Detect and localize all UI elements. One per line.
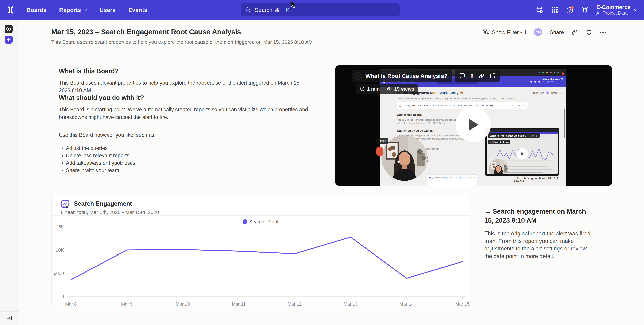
svg-text:Mar 12: Mar 12 xyxy=(288,302,302,306)
video-views: 19 views xyxy=(394,86,414,92)
alert-side-note: ← Search engagement on March 15, 2023 8:… xyxy=(484,207,592,260)
copy-link-icon[interactable] xyxy=(571,29,578,35)
show-filter-label: Show Filter • 1 xyxy=(492,29,527,35)
avatar[interactable]: CM xyxy=(534,28,542,36)
list-item: Adjust the queries xyxy=(66,145,311,152)
left-sidebar xyxy=(0,20,19,325)
play-icon xyxy=(467,118,480,132)
mini-extension-icon xyxy=(554,72,555,73)
line-chart-report-icon xyxy=(60,199,70,209)
apps-grid-icon[interactable] xyxy=(551,6,559,14)
usage-list: Adjust the queries Delete less relevant … xyxy=(61,145,311,174)
compass-icon xyxy=(6,26,11,31)
share-button[interactable]: Share xyxy=(550,29,564,35)
recording-dot xyxy=(562,72,564,75)
list-item: Add takeaways or hypotheses xyxy=(66,159,311,167)
intro-usage: Use this Board however you like, such as… xyxy=(59,131,311,139)
play-button[interactable] xyxy=(456,107,491,142)
favorite-heart-icon[interactable] xyxy=(585,29,592,36)
nested-video-title-pill: What is Root Cause Analysis? xyxy=(488,133,540,138)
page-subtitle: This Board uses relevant properties to h… xyxy=(51,39,313,45)
help-icon[interactable]: ? xyxy=(566,6,574,14)
comment-icon[interactable] xyxy=(460,73,466,79)
report-card-header: Search Engagement Linear, total, Mar 8th… xyxy=(52,194,470,216)
svg-text:Mar 14: Mar 14 xyxy=(400,302,414,306)
comment-icon xyxy=(528,135,530,137)
clock-icon xyxy=(490,141,491,143)
mini-scrollbar[interactable] xyxy=(564,109,565,138)
data-management-icon[interactable] xyxy=(536,6,544,14)
webcam-circle xyxy=(382,135,427,181)
mini-project-switcher: Mixpanel (project 5) All Project Data xyxy=(542,78,563,83)
svg-text:10K: 10K xyxy=(56,248,64,253)
calendar-icon xyxy=(399,104,401,107)
record-stop-button xyxy=(376,147,383,156)
svg-text:Mar 15: Mar 15 xyxy=(456,302,470,306)
nested-video-meta: 18 sec 1 view xyxy=(488,140,510,144)
chart-legend[interactable]: Search - Total xyxy=(52,219,470,224)
search-input[interactable]: Search ⌘ + K xyxy=(241,3,400,16)
external-link-icon[interactable] xyxy=(490,73,496,79)
more-menu-button[interactable]: ••• xyxy=(600,29,607,35)
notification-dot xyxy=(571,6,574,9)
mini-board-subtitle: This Board uses relevant properties to h… xyxy=(396,97,514,99)
mini-extension-icon xyxy=(550,72,552,73)
plus-icon xyxy=(6,37,11,42)
mini-nav-icons xyxy=(530,81,540,83)
discover-button[interactable] xyxy=(4,25,12,33)
nested-scrollbar[interactable] xyxy=(502,172,543,173)
chevron-down-icon xyxy=(634,8,638,11)
nav-item-reports[interactable]: Reports xyxy=(59,7,87,13)
report-card-search-engagement[interactable]: Search Engagement Linear, total, Mar 8th… xyxy=(51,194,470,306)
page-title: Mar 15, 2023 – Search Engagement Root Ca… xyxy=(51,28,241,36)
nav-right-cluster: ? E-Commerce All Project Data xyxy=(536,0,638,20)
svg-text:Mar 10: Mar 10 xyxy=(176,302,190,306)
mixpanel-logo[interactable] xyxy=(7,6,14,13)
video-actions-pill: 0 xyxy=(455,70,500,82)
nested-play-button[interactable] xyxy=(516,148,528,160)
settings-gear-icon[interactable] xyxy=(581,6,589,14)
svg-text:0: 0 xyxy=(61,294,64,299)
report-subtitle: Linear, total, Mar 8th, 2020 - Mar 15th,… xyxy=(61,209,159,215)
legend-swatch xyxy=(430,177,431,178)
legend-label: Search - Total xyxy=(249,219,278,224)
link-icon[interactable] xyxy=(478,73,484,79)
video-title: What is Root Cause Analysis? xyxy=(365,73,447,79)
intro-text-block: What is this Board? This Board uses rele… xyxy=(59,67,311,174)
show-filter-button[interactable]: Show Filter • 1 xyxy=(482,29,527,36)
nav-item-boards[interactable]: Boards xyxy=(26,7,46,13)
nav-links: Boards Reports Users Events xyxy=(26,0,147,20)
filter-plus-icon xyxy=(482,29,489,36)
report-title: Search Engagement xyxy=(74,200,132,207)
video-avatar xyxy=(354,72,362,80)
clock-icon xyxy=(360,86,365,91)
search-icon xyxy=(245,7,251,13)
mini-avatar xyxy=(546,91,549,94)
mini-extension-icon xyxy=(539,72,540,73)
nav-item-users[interactable]: Users xyxy=(100,7,116,13)
mini-extension-icon xyxy=(557,72,559,73)
expand-sidebar-icon xyxy=(6,315,12,322)
mini-report-card: [Content Discovery] Omnisearch Report Li… xyxy=(427,174,477,186)
video-meta-pill: 1 min 19 views xyxy=(356,84,418,94)
svg-text:Mar 11: Mar 11 xyxy=(232,302,246,306)
project-switcher[interactable]: E-Commerce All Project Data xyxy=(596,4,638,16)
add-button[interactable] xyxy=(4,35,12,44)
svg-text:Mar 8: Mar 8 xyxy=(65,302,77,306)
legend-swatch xyxy=(243,219,246,224)
nav-item-events[interactable]: Events xyxy=(128,7,148,13)
intro-q1-body: This Board uses relevant properties to h… xyxy=(59,79,304,94)
mini-report-chart xyxy=(428,180,476,186)
expand-sidebar-button[interactable] xyxy=(0,311,19,325)
mini-extension-icon xyxy=(542,72,544,73)
tutorial-video-player[interactable]: Mar 15, 2023 - Search Enga… + Mixpanel (… xyxy=(335,65,612,186)
eye-icon xyxy=(386,87,392,91)
svg-text:Mar 13: Mar 13 xyxy=(344,302,358,306)
mini-board-controls: Hide Filter Share … xyxy=(533,91,562,94)
mini-date-toolbar: Mar 9, 2023 – Mar 15, 2023 Today Yesterd… xyxy=(396,102,528,109)
svg-text:?: ? xyxy=(568,8,571,12)
play-icon xyxy=(520,152,524,156)
list-item: Share it with your team xyxy=(66,167,311,174)
list-item: Delete less relevant reports xyxy=(66,152,311,159)
top-nav: Boards Reports Users Events Search ⌘ + K xyxy=(0,0,644,20)
